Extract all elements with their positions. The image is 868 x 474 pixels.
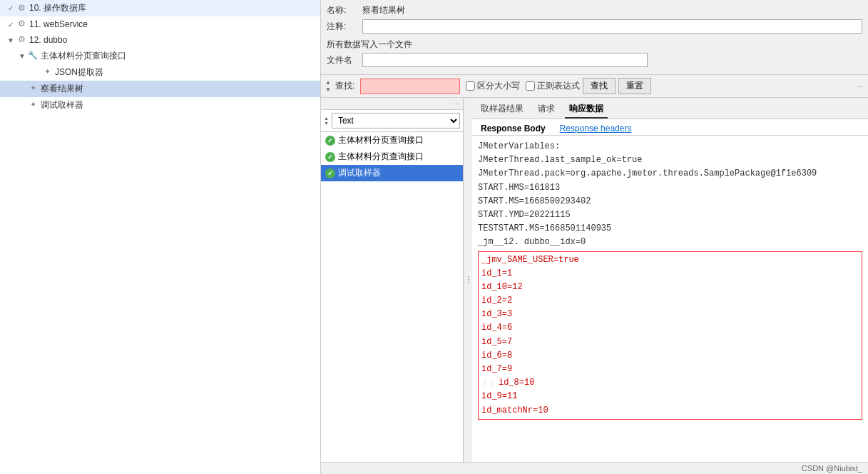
resize-dots	[468, 276, 469, 283]
regex-checkbox[interactable]	[526, 81, 535, 91]
response-tab-headers[interactable]: Response headers	[556, 122, 636, 135]
response-content-area: JMeterVariables:JMeterThread.last_sample…	[472, 136, 868, 462]
result-panel: 取样器结果 请求 响应数据 Response Body Response hea…	[472, 98, 868, 462]
tree-item-label: 主体材料分页查询接口	[41, 50, 126, 62]
hl-line-10: id_9=11	[481, 390, 859, 403]
find-button[interactable]: 查找	[583, 78, 616, 94]
response-tabs: Response Body Response headers	[472, 119, 868, 136]
right-panel: 名称: 察看结果树 注释: 所有数据写入一个文件 文件名 ▲ ▼ 查找:	[321, 0, 868, 474]
name-row: 名称: 察看结果树	[327, 4, 862, 16]
filename-row: 文件名	[327, 53, 862, 67]
case-sensitive-group: 区分大小写	[466, 80, 520, 92]
list-panel: ··· ▲ ▼ Text ✓ 主体材	[321, 98, 464, 462]
expand-icon[interactable]: ✓	[6, 4, 16, 12]
gear-icon: ⚙	[16, 34, 27, 46]
tree-item-label: 12. dubbo	[29, 35, 67, 45]
tree-item-10[interactable]: ✓ ⚙ 10. 操作数据库	[0, 0, 320, 16]
expand-icon[interactable]: ▼	[17, 52, 27, 60]
gear-icon: ⚙	[16, 19, 27, 30]
results-icon: ✦	[27, 84, 39, 95]
hl-line-1: id_1=1	[481, 267, 859, 281]
tab-samples[interactable]: 取样器结果	[476, 101, 528, 118]
tree-item-json[interactable]: ✦ JSON提取器	[0, 64, 320, 81]
list-item-2[interactable]: ✓ 主体材料分页查询接口	[321, 148, 463, 165]
up-arrow[interactable]: ▲	[324, 116, 329, 121]
highlighted-content-box: _jmv_SAME_USER=true id_1=1 id_10=12 id_2…	[478, 251, 862, 420]
hl-line-4: id_3=3	[481, 308, 859, 321]
search-label: 查找:	[335, 80, 354, 92]
tree-item-results[interactable]: ✦ 察看结果树	[0, 81, 320, 97]
filename-input[interactable]	[362, 53, 648, 67]
hl-line-3: id_2=2	[481, 294, 859, 308]
tree-item-label: 察看结果树	[41, 83, 83, 95]
status-icon-green: ✓	[325, 168, 335, 178]
tab-response[interactable]: 响应数据	[565, 101, 608, 118]
tree-item-12-sub1[interactable]: ▼ 🔧 主体材料分页查询接口	[0, 48, 320, 64]
hl-line-6: id_5=7	[481, 336, 859, 349]
list-item-label: 主体材料分页查询接口	[338, 134, 424, 146]
wrench-icon: 🔧	[27, 51, 39, 62]
list-item-1[interactable]: ✓ 主体材料分页查询接口	[321, 132, 463, 148]
down-arrow[interactable]: ▼	[324, 121, 329, 126]
type-select[interactable]: Text	[332, 113, 460, 128]
filename-label: 文件名	[327, 54, 362, 66]
tree-item-label: 10. 操作数据库	[29, 2, 86, 14]
sampler-icon: ✦	[27, 100, 39, 111]
dropdown-arrows: ▲ ▼	[324, 116, 329, 126]
list-item-label: 主体材料分页查询接口	[338, 151, 424, 163]
tab-request[interactable]: 请求	[533, 101, 559, 118]
search-bar: ▲ ▼ 查找: 区分大小写 正则表达式 查找 重置 ···	[321, 75, 868, 98]
case-sensitive-label: 区分大小写	[477, 80, 520, 92]
hl-line-9-row: ⋮⋮ id_8=10	[481, 376, 859, 390]
panel-resize-handle[interactable]	[464, 98, 472, 462]
regex-label: 正则表达式	[537, 80, 580, 92]
content-area: ··· ▲ ▼ Text ✓ 主体材	[321, 98, 868, 462]
case-sensitive-checkbox[interactable]	[466, 81, 475, 91]
list-item-label: 调试取样器	[338, 167, 381, 179]
gear-icon: ⚙	[16, 3, 27, 14]
tree-item-sampler[interactable]: ✦ 调试取样器	[0, 97, 320, 114]
hl-line-8: id_7=9	[481, 363, 859, 376]
tree-item-label: 调试取样器	[41, 99, 83, 111]
comment-input[interactable]	[362, 19, 862, 34]
reset-button[interactable]: 重置	[618, 78, 651, 94]
tree-item-11[interactable]: ✓ ⚙ 11. webService	[0, 16, 320, 32]
hl-line-9: id_8=10	[499, 376, 534, 390]
credit-text: CSDN @Niubist_	[802, 464, 862, 473]
name-label: 名称:	[327, 4, 362, 16]
response-text-normal: JMeterVariables:JMeterThread.last_sample…	[478, 140, 862, 250]
regex-group: 正则表达式	[526, 80, 580, 92]
response-tab-body[interactable]: Response Body	[476, 122, 550, 135]
expand-icon[interactable]: ✓	[6, 21, 16, 29]
type-dropdown-row: ▲ ▼ Text	[321, 110, 463, 132]
hl-line-5: id_4=6	[481, 321, 859, 335]
json-icon: ✦	[41, 67, 53, 79]
list-item-3[interactable]: ✓ 调试取样器	[321, 165, 463, 181]
left-tree-panel: ✓ ⚙ 10. 操作数据库 ✓ ⚙ 11. webService ▼ ⚙ 12.…	[0, 0, 321, 474]
tree-item-12[interactable]: ▼ ⚙ 12. dubbo	[0, 32, 320, 48]
bottom-bar: CSDN @Niubist_	[321, 462, 868, 474]
list-more-icon[interactable]: ···	[454, 99, 460, 108]
status-icon-green: ✓	[325, 136, 335, 146]
more-options-icon[interactable]: ···	[857, 82, 864, 91]
all-data-note: 所有数据写入一个文件	[327, 36, 862, 53]
tree-container: ✓ ⚙ 10. 操作数据库 ✓ ⚙ 11. webService ▼ ⚙ 12.…	[0, 0, 320, 474]
list-items: ✓ 主体材料分页查询接口 ✓ 主体材料分页查询接口 ✓ 调试取样器	[321, 132, 463, 462]
hl-line-7: id_6=8	[481, 349, 859, 363]
drag-dots-icon: ⋮⋮	[481, 378, 496, 389]
hl-line-11: id_matchNr=10	[481, 404, 859, 418]
up-arrow-icon[interactable]: ▲	[325, 79, 331, 86]
search-input[interactable]	[360, 79, 460, 94]
tree-item-label: JSON提取器	[55, 66, 103, 79]
hl-line-0: _jmv_SAME_USER=true	[481, 253, 859, 267]
comment-label: 注释:	[327, 21, 362, 33]
hl-line-2: id_10=12	[481, 281, 859, 294]
list-toolbar: ···	[321, 98, 463, 110]
comment-row: 注释:	[327, 19, 862, 34]
down-arrow-icon[interactable]: ▼	[325, 86, 331, 94]
main-tabs: 取样器结果 请求 响应数据	[472, 98, 868, 119]
expand-icon-12[interactable]: ▼	[6, 36, 16, 44]
status-icon-green: ✓	[325, 152, 335, 162]
form-section: 名称: 察看结果树 注释: 所有数据写入一个文件 文件名	[321, 0, 868, 75]
tree-item-label: 11. webService	[29, 19, 88, 29]
